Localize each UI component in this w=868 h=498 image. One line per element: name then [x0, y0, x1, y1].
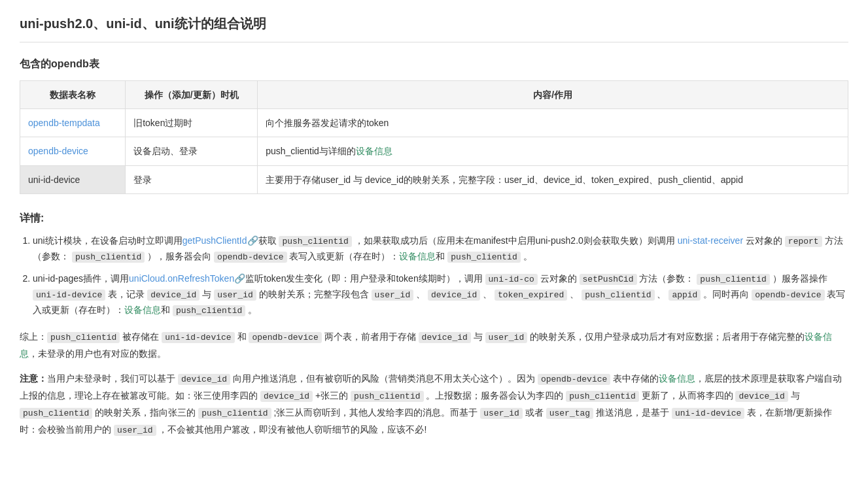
table-cell-timing: 旧token过期时	[126, 108, 258, 137]
opendb-tempdata-link[interactable]: opendb-tempdata	[28, 118, 100, 128]
device-info-link-5[interactable]: 设备信息	[659, 373, 695, 384]
code-push-clientid-2: push_clientid	[72, 252, 145, 263]
device-info-link-1[interactable]: 设备信息	[356, 146, 392, 156]
list-item: uni-id-pages插件，调用uniCloud.onRefreshToken…	[33, 271, 848, 318]
page-title: uni-push2.0、uni-id、uni统计的组合说明	[20, 13, 848, 42]
table-cell-content: push_clientid与详细的设备信息	[258, 137, 848, 165]
table-cell-name: opendb-device	[20, 137, 126, 165]
code-opendb-device-n: opendb-device	[538, 374, 610, 385]
code-push-clientid-n1: push_clientid	[351, 391, 423, 402]
code-device-id-2: device_id	[428, 290, 480, 301]
code-device-id-n2: device_id	[260, 391, 313, 402]
code-device-id-1: device_id	[147, 290, 200, 301]
table-row: uni-id-device 登录 主要用于存储user_id 与 device_…	[20, 165, 848, 193]
code-push-clientid-4: push_clientid	[697, 274, 769, 285]
code-opendb-device-2: opendb-device	[752, 290, 824, 301]
code-push-clientid-1: push_clientid	[279, 236, 351, 247]
table-cell-content: 主要用于存储user_id 与 device_id的映射关系，完整字段：user…	[258, 165, 848, 193]
code-token-expired-1: token_expired	[495, 290, 567, 301]
code-push-clientid-n4: push_clientid	[198, 408, 271, 419]
section1-title: 包含的opendb表	[20, 56, 848, 73]
opendb-device-link[interactable]: opendb-device	[28, 146, 88, 156]
code-push-clientid-5: push_clientid	[582, 290, 654, 301]
code-user-id-n2: user_id	[114, 425, 156, 436]
code-user-id-n1: user_id	[480, 408, 523, 419]
code-push-clientid-3: push_clientid	[447, 252, 520, 263]
code-user-id-1: user_id	[214, 290, 256, 301]
table-cell-timing: 登录	[126, 165, 258, 193]
device-info-link-3[interactable]: 设备信息	[124, 305, 161, 315]
table-cell-timing: 设备启动、登录	[126, 137, 258, 165]
code-uni-id-device-s: uni-id-device	[162, 332, 234, 343]
code-push-clientid-s1: push_clientid	[47, 332, 120, 343]
note-paragraph: 注意：当用户未登录时，我们可以基于 device_id 向用户推送消息，但有被窃…	[20, 371, 848, 438]
code-appid-1: appid	[668, 290, 701, 301]
col-header-content: 内容/作用	[258, 80, 848, 108]
list-item: uni统计模块，在设备启动时立即调用getPushClientId🔗获取 pus…	[33, 233, 848, 265]
note-label: 注意：	[20, 373, 47, 384]
code-opendb-device-1: opendb-device	[214, 252, 286, 263]
code-uni-id-device-n: uni-id-device	[672, 408, 744, 419]
table-cell-name: opendb-tempdata	[20, 108, 126, 137]
col-header-name: 数据表名称	[20, 80, 126, 108]
get-push-client-id-link[interactable]: getPushClientId	[182, 235, 247, 246]
on-refresh-token-link[interactable]: uniCloud.onRefreshToken	[129, 273, 234, 284]
code-user-tag-n: user_tag	[546, 408, 593, 419]
code-set-push-cid: setPushCid	[580, 274, 637, 285]
uni-stat-receiver-link[interactable]: uni-stat-receiver	[678, 235, 743, 246]
code-user-id-s: user_id	[485, 332, 528, 343]
details-section: 详情: uni统计模块，在设备启动时立即调用getPushClientId🔗获取…	[20, 210, 848, 438]
detail-list: uni统计模块，在设备启动时立即调用getPushClientId🔗获取 pus…	[20, 233, 848, 318]
code-device-id-s: device_id	[419, 332, 471, 343]
device-info-link-2[interactable]: 设备信息	[399, 251, 436, 261]
code-push-clientid-n2: push_clientid	[566, 391, 638, 402]
table-cell-content: 向个推服务器发起请求的token	[258, 108, 848, 137]
code-report: report	[785, 236, 822, 247]
col-header-timing: 操作（添加/更新）时机	[126, 80, 258, 108]
code-uni-id-co: uni-id-co	[485, 274, 538, 285]
section2-title: 详情:	[20, 210, 848, 227]
code-opendb-device-s: opendb-device	[249, 332, 321, 343]
code-device-id-n3: device_id	[735, 391, 788, 402]
code-uni-id-device-1: uni-id-device	[33, 290, 105, 301]
table-row: opendb-tempdata 旧token过期时 向个推服务器发起请求的tok…	[20, 108, 848, 137]
code-push-clientid-n3: push_clientid	[20, 408, 92, 419]
summary-paragraph: 综上：push_clientid 被存储在 uni-id-device 和 op…	[20, 329, 848, 361]
table-row: opendb-device 设备启动、登录 push_clientid与详细的设…	[20, 137, 848, 165]
table-cell-name-highlight: uni-id-device	[20, 165, 126, 193]
opendb-table: 数据表名称 操作（添加/更新）时机 内容/作用 opendb-tempdata …	[20, 80, 848, 195]
code-device-id-n1: device_id	[178, 374, 230, 385]
code-push-clientid-6: push_clientid	[173, 305, 245, 316]
code-user-id-2: user_id	[372, 290, 414, 301]
